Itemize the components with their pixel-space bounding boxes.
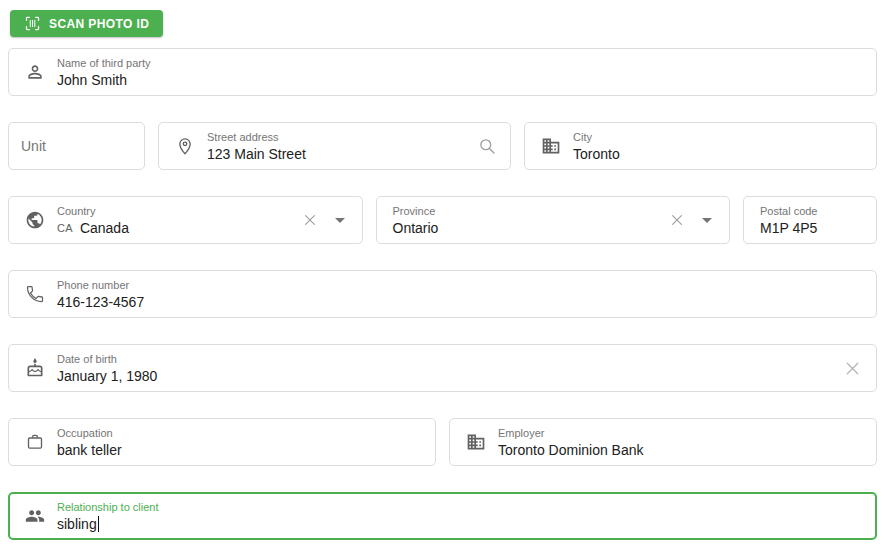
occupation-field[interactable]: Occupation bank teller xyxy=(8,418,436,466)
field-text: Relationship to client sibling xyxy=(57,500,159,533)
row-phone: Phone number 416-123-4567 xyxy=(8,270,877,318)
field-text: Phone number 416-123-4567 xyxy=(57,278,144,311)
country-value: Canada xyxy=(80,220,129,237)
row-dob: Date of birth January 1, 1980 xyxy=(8,344,877,392)
name-of-third-party-field[interactable]: Name of third party John Smith xyxy=(8,48,877,96)
field-label: Street address xyxy=(207,130,306,144)
field-value: John Smith xyxy=(57,72,151,89)
field-text: Street address 123 Main Street xyxy=(207,130,306,163)
search-icon xyxy=(478,137,496,155)
field-value: January 1, 1980 xyxy=(57,368,157,385)
field-text: Province Ontario xyxy=(393,204,439,237)
briefcase-icon xyxy=(25,432,45,452)
field-value: Ontario xyxy=(393,220,439,237)
clear-icon[interactable] xyxy=(669,212,685,228)
birthday-cake-icon xyxy=(25,358,45,378)
field-value: 416-123-4567 xyxy=(57,294,144,311)
field-label: Province xyxy=(393,204,439,218)
city-field[interactable]: City Toronto xyxy=(524,122,877,170)
clear-icon[interactable] xyxy=(302,212,318,228)
people-group-icon xyxy=(25,506,45,526)
field-value: Toronto xyxy=(573,146,620,163)
field-trailing xyxy=(669,212,715,228)
field-text: Date of birth January 1, 1980 xyxy=(57,352,157,385)
chevron-down-icon[interactable] xyxy=(335,218,345,223)
field-label: Relationship to client xyxy=(57,500,159,514)
building-icon xyxy=(541,136,561,156)
postal-code-field[interactable]: Postal code M1P 4P5 xyxy=(743,196,877,244)
field-value: Toronto Dominion Bank xyxy=(498,442,644,459)
country-code: CA xyxy=(57,220,73,237)
chevron-down-icon[interactable] xyxy=(702,218,712,223)
field-label: Employer xyxy=(498,426,644,440)
field-label: City xyxy=(573,130,620,144)
building-icon xyxy=(466,432,486,452)
phone-icon xyxy=(25,284,45,304)
field-label: Date of birth xyxy=(57,352,157,366)
field-trailing xyxy=(302,212,348,228)
field-label: Phone number xyxy=(57,278,144,292)
scan-photo-id-button[interactable]: SCAN PHOTO ID xyxy=(10,10,163,37)
field-label: Name of third party xyxy=(57,56,151,70)
country-field[interactable]: Country CACanada xyxy=(8,196,363,244)
field-value: M1P 4P5 xyxy=(760,220,817,237)
unit-input[interactable] xyxy=(21,138,132,154)
scan-button-label: SCAN PHOTO ID xyxy=(49,17,149,31)
row-relationship: Relationship to client sibling xyxy=(8,492,877,540)
employer-field[interactable]: Employer Toronto Dominion Bank xyxy=(449,418,877,466)
row-address: Street address 123 Main Street City Toro… xyxy=(8,122,877,170)
field-text: Occupation bank teller xyxy=(57,426,122,459)
globe-icon xyxy=(25,210,45,230)
field-text: Country CACanada xyxy=(57,204,129,237)
phone-number-field[interactable]: Phone number 416-123-4567 xyxy=(8,270,877,318)
field-value: CACanada xyxy=(57,220,129,237)
field-value: 123 Main Street xyxy=(207,146,306,163)
clear-icon[interactable] xyxy=(843,359,862,378)
date-of-birth-field[interactable]: Date of birth January 1, 1980 xyxy=(8,344,877,392)
field-text: City Toronto xyxy=(573,130,620,163)
field-text: Employer Toronto Dominion Bank xyxy=(498,426,644,459)
row-name: Name of third party John Smith xyxy=(8,48,877,96)
person-icon xyxy=(25,62,45,82)
relationship-to-client-field[interactable]: Relationship to client sibling xyxy=(8,492,877,540)
row-region: Country CACanada Province Ontario Postal… xyxy=(8,196,877,244)
unit-field[interactable] xyxy=(8,122,145,170)
relationship-value: sibling xyxy=(57,516,97,533)
text-caret xyxy=(98,516,100,532)
street-address-field[interactable]: Street address 123 Main Street xyxy=(158,122,511,170)
field-label: Postal code xyxy=(760,204,817,218)
field-label: Occupation xyxy=(57,426,122,440)
field-text: Postal code M1P 4P5 xyxy=(760,204,817,237)
field-label: Country xyxy=(57,204,129,218)
field-text: Name of third party John Smith xyxy=(57,56,151,89)
field-value: bank teller xyxy=(57,442,122,459)
barcode-scan-icon xyxy=(24,15,41,32)
row-work: Occupation bank teller Employer Toronto … xyxy=(8,418,877,466)
field-value: sibling xyxy=(57,516,159,533)
province-field[interactable]: Province Ontario xyxy=(376,196,731,244)
location-pin-icon xyxy=(175,136,195,156)
field-trailing xyxy=(478,137,496,155)
